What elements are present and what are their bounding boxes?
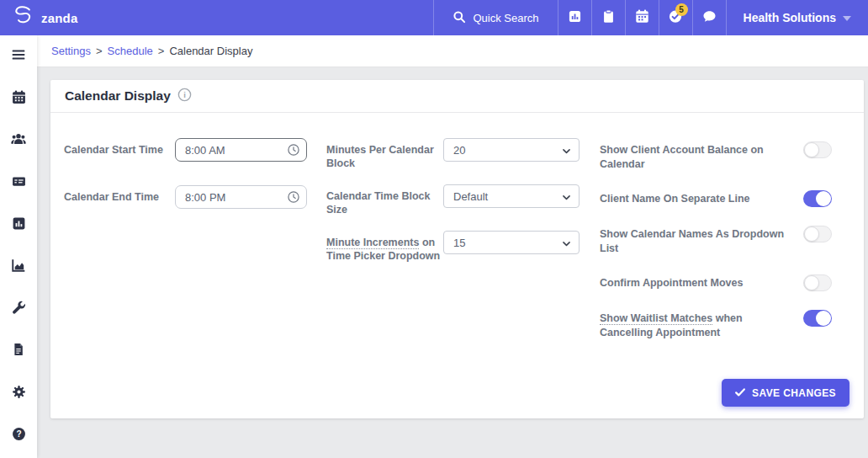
calendar-names-dropdown-label: Show Calendar Names As Dropdown List [600,226,790,256]
account-balance-label: Show Client Account Balance on Calendar [600,141,790,172]
account-balance-toggle[interactable] [803,141,832,158]
toggle-row-calendar-names-dropdown: Show Calendar Names As Dropdown List [600,226,832,256]
calendar-button[interactable] [625,0,659,35]
minute-increments-tooltip-term[interactable]: Minute Increments [326,237,419,249]
svg-text:i: i [183,89,186,99]
wrench-icon [12,301,26,318]
document-icon [12,343,25,359]
account-name: Health Solutions [744,11,836,24]
toggles-column: Show Client Account Balance on Calendar … [600,141,832,359]
svg-text:?: ? [16,429,21,439]
waitlist-matches-tooltip-term[interactable]: Show Waitlist Matches [600,312,712,325]
panel-header: Calendar Display i [50,80,864,113]
zanda-logo-icon [10,3,35,32]
search-icon [453,10,466,26]
reports-chart-button[interactable] [558,0,591,35]
brand-logo[interactable]: zanda [0,0,78,35]
sidebar-menu-button[interactable] [0,35,37,77]
confirm-appointment-moves-label: Confirm Appointment Moves [600,274,790,290]
sidebar-item-clients[interactable] [0,120,37,162]
field-row-calendar-start-time: Calendar Start Time [64,138,325,162]
select-fields-column: Minutes Per Calendar Block 20 Calendar T… [326,138,600,277]
waitlist-matches-label: Show Waitlist Matches when Cancelling Ap… [600,310,790,340]
help-icon: ? [12,427,26,445]
tasks-button[interactable]: 5 [659,0,692,35]
calendar-start-time-label: Calendar Start Time [64,143,175,157]
time-block-size-value: Default [453,190,488,203]
invoice-card-icon [12,174,26,192]
confirm-appointment-moves-toggle[interactable] [803,274,832,291]
field-row-time-block-size: Calendar Time Block Size Default [326,184,600,216]
tasks-badge: 5 [675,3,688,16]
minute-increments-label: Minute Increments on Time Picker Dropdow… [326,231,443,263]
toggle-knob [816,191,831,206]
clipboard-icon [601,9,616,27]
area-chart-icon [11,258,26,276]
info-icon[interactable]: i [177,88,192,105]
breadcrumb-settings-link[interactable]: Settings [51,45,91,57]
calendar-end-time-input[interactable] [175,185,307,209]
save-changes-label: SAVE CHANGES [752,387,836,399]
menu-icon [11,47,26,66]
sidebar-item-reports[interactable] [0,204,37,246]
account-menu[interactable]: Health Solutions [726,0,868,35]
breadcrumb-separator: > [158,45,165,57]
topbar-spacer [78,0,433,35]
client-name-separate-line-toggle[interactable] [803,190,832,207]
breadcrumb-current-page: Calendar Display [169,45,252,57]
sidebar-item-tools[interactable] [0,288,37,330]
sidebar-item-help[interactable]: ? [0,414,37,456]
field-row-calendar-end-time: Calendar End Time [64,185,325,209]
top-navigation-bar: zanda Quick Search [0,0,868,35]
brand-name: zanda [41,11,78,25]
people-icon [11,131,26,150]
sidebar-item-settings[interactable] [0,372,37,414]
calendar-names-dropdown-toggle[interactable] [803,226,832,242]
minutes-per-block-value: 20 [453,144,465,157]
minute-increments-select[interactable]: 15 [443,231,580,254]
calendar-icon [635,9,649,27]
toggle-knob [816,311,831,326]
check-icon [735,387,745,399]
minute-increments-value: 15 [453,237,465,249]
save-changes-button[interactable]: SAVE CHANGES [722,379,849,407]
chevron-down-icon [560,145,573,160]
panel-title: Calendar Display [65,88,171,104]
toggle-row-client-name-separate-line: Client Name On Separate Line [600,190,832,207]
waitlist-matches-toggle[interactable] [803,310,832,327]
breadcrumb-schedule-link[interactable]: Schedule [108,45,153,57]
calendar-end-time-label: Calendar End Time [64,190,175,204]
chevron-down-icon [560,191,573,206]
field-row-minutes-per-block: Minutes Per Calendar Block 20 [326,138,600,170]
toggle-knob [804,226,819,242]
time-block-size-select[interactable]: Default [443,184,580,208]
quick-search-button[interactable]: Quick Search [433,0,558,35]
toggle-knob [804,142,819,157]
sidebar: ? [0,35,37,458]
chevron-down-icon [560,237,573,253]
calendar-start-time-input[interactable] [175,138,307,162]
time-fields-column: Calendar Start Time Calendar End Time [64,138,325,232]
chat-bubble-icon [702,9,717,27]
app-window: zanda Quick Search [0,0,868,458]
sidebar-item-analytics[interactable] [0,246,37,288]
minutes-per-block-select[interactable]: 20 [443,138,580,162]
breadcrumb: Settings > Schedule > Calendar Display [37,35,868,67]
calendar-display-panel: Calendar Display i Calendar Start Time [50,80,864,418]
sidebar-item-invoices[interactable] [0,162,37,204]
messages-button[interactable] [692,0,726,35]
bar-chart-icon [12,216,26,234]
toggle-row-account-balance: Show Client Account Balance on Calendar [600,141,832,172]
calendar-start-time-wrap [175,138,307,162]
chevron-down-icon [843,16,851,21]
bar-chart-icon [568,9,582,27]
quick-search-label: Quick Search [474,12,539,24]
field-row-minute-increments: Minute Increments on Time Picker Dropdow… [326,231,600,263]
breadcrumb-separator: > [96,45,103,57]
sidebar-item-calendar[interactable] [0,77,37,120]
sidebar-item-documents[interactable] [0,330,37,372]
calendar-end-time-wrap [175,185,307,209]
calendar-icon [12,90,26,108]
gear-icon [12,385,26,402]
notes-button[interactable] [591,0,625,35]
